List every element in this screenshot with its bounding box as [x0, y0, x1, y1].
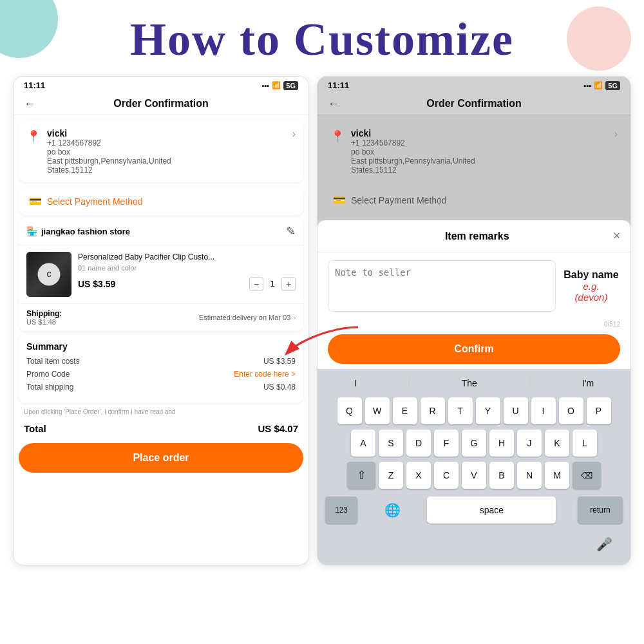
key-e[interactable]: E — [393, 397, 417, 424]
shipping-total-value: US $0.48 — [263, 383, 296, 392]
item-costs-label: Total item costs — [26, 357, 80, 366]
key-o[interactable]: O — [559, 397, 583, 424]
right-payment-label: Select Payment Method — [351, 195, 447, 205]
key-z[interactable]: Z — [379, 462, 403, 489]
return-key[interactable]: return — [578, 497, 623, 524]
key-t[interactable]: T — [448, 397, 473, 424]
space-key[interactable]: space — [427, 497, 556, 524]
key-c[interactable]: C — [434, 462, 459, 489]
key-h[interactable]: H — [489, 430, 514, 457]
suggestion-i[interactable]: I — [348, 377, 363, 390]
confirm-button[interactable]: Confirm — [328, 334, 620, 364]
left-signal-icon: ▪▪▪ — [262, 82, 270, 90]
hint-example: (devon) — [575, 292, 608, 303]
shipping-label: Shipping: — [26, 309, 62, 318]
key-b[interactable]: B — [489, 462, 514, 489]
right-signal-icon: ▪▪▪ — [584, 82, 592, 90]
key-x[interactable]: X — [406, 462, 431, 489]
mic-key[interactable]: 🎤 — [591, 531, 618, 557]
left-time: 11:11 — [24, 80, 45, 90]
key-n[interactable]: N — [517, 462, 542, 489]
dimmed-section: 11:11 ▪▪▪ 📶 5G ← Order Confirmation 📍 vi… — [317, 77, 630, 220]
product-name: Personalized Baby Pacifier Clip Custo... — [78, 252, 296, 263]
left-back-button[interactable]: ← — [24, 97, 35, 111]
key-p[interactable]: P — [587, 397, 611, 424]
shipping-delivery: Estimated delivery on Mar 03 — [199, 314, 290, 321]
key-i[interactable]: I — [531, 397, 556, 424]
right-address-chevron-icon[interactable]: › — [614, 128, 618, 140]
left-payment-row[interactable]: 💳 Select Payment Method — [19, 187, 303, 215]
num-key[interactable]: 123 — [325, 497, 357, 524]
remarks-hint: Baby name e.g. (devon) — [562, 260, 620, 312]
remarks-title: Item remarks — [445, 231, 509, 242]
key-m[interactable]: M — [545, 462, 569, 489]
key-f[interactable]: F — [434, 430, 459, 457]
right-battery-icon: 5G — [605, 81, 620, 90]
globe-key[interactable]: 🌐 — [379, 497, 406, 523]
key-g[interactable]: G — [462, 430, 486, 457]
right-back-button[interactable]: ← — [328, 97, 339, 111]
key-k[interactable]: K — [545, 430, 569, 457]
key-y[interactable]: Y — [476, 397, 500, 424]
keyboard: I | The | I'm Q W E R T Y U I O P A — [317, 369, 630, 565]
suggestion-im[interactable]: I'm — [576, 377, 600, 390]
key-s[interactable]: S — [379, 430, 403, 457]
shift-key[interactable]: ⇧ — [347, 462, 375, 489]
right-nav-bar: ← Order Confirmation — [317, 93, 630, 115]
address-phone: +1 1234567892 — [47, 138, 286, 147]
left-nav-bar: ← Order Confirmation — [14, 93, 308, 115]
disclaimer-text: Upon clicking 'Place Order', I confirm I… — [19, 406, 303, 418]
note-to-seller-input[interactable] — [328, 260, 556, 312]
product-row: C Personalized Baby Pacifier Clip Custo.… — [19, 245, 303, 303]
right-time: 11:11 — [328, 80, 349, 90]
right-pin-icon: 📍 — [330, 129, 345, 144]
right-address-line1: po box — [351, 147, 608, 156]
shipping-chevron-icon[interactable]: › — [293, 314, 296, 321]
remarks-header: Item remarks × — [317, 220, 630, 252]
key-u[interactable]: U — [504, 397, 528, 424]
right-payment-row: 💳 Select Payment Method — [323, 187, 625, 213]
key-q[interactable]: Q — [337, 397, 362, 424]
left-status-bar: 11:11 ▪▪▪ 📶 5G — [14, 77, 308, 93]
left-address-card: 📍 vicki +1 1234567892 po box East pittsb… — [19, 120, 303, 182]
remarks-close-button[interactable]: × — [613, 229, 620, 243]
total-row: Total US $4.07 — [14, 418, 308, 439]
shipping-cost: US $1.48 — [26, 318, 62, 326]
left-nav-title: Order Confirmation — [113, 98, 209, 109]
payment-icon: 💳 — [29, 195, 42, 207]
qty-increase-button[interactable]: + — [281, 277, 296, 291]
address-line1: po box — [47, 147, 286, 156]
key-r[interactable]: R — [421, 397, 445, 424]
keyboard-row1: Q W E R T Y U I O P — [320, 397, 628, 424]
shipping-row: Shipping: US $1.48 Estimated delivery on… — [19, 303, 303, 331]
place-order-button[interactable]: Place order — [19, 443, 303, 473]
key-l[interactable]: L — [573, 430, 597, 457]
key-w[interactable]: W — [365, 397, 390, 424]
key-a[interactable]: A — [351, 430, 375, 457]
item-costs-value: US $3.59 — [263, 357, 296, 366]
right-phone-panel: 11:11 ▪▪▪ 📶 5G ← Order Confirmation 📍 vi… — [317, 76, 631, 565]
right-address-phone: +1 1234567892 — [351, 138, 608, 147]
product-price: US $3.59 — [78, 279, 115, 289]
key-d[interactable]: D — [406, 430, 431, 457]
store-icon: 🏪 — [26, 226, 37, 236]
qty-decrease-button[interactable]: − — [249, 277, 263, 291]
item-remarks-modal: Item remarks × Baby name e.g. (devon) 0/… — [317, 220, 630, 369]
address-name: vicki — [47, 128, 286, 138]
backspace-key[interactable]: ⌫ — [573, 462, 601, 489]
promo-value[interactable]: Enter code here > — [234, 370, 296, 379]
keyboard-suggestions: I | The | I'm — [320, 374, 628, 392]
right-wifi-icon: 📶 — [594, 81, 603, 90]
key-j[interactable]: J — [517, 430, 542, 457]
suggestion-the[interactable]: The — [455, 377, 484, 390]
edit-note-icon[interactable]: ✎ — [286, 224, 296, 238]
store-name: jiangkao fashion store — [41, 227, 130, 236]
left-payment-label: Select Payment Method — [47, 196, 143, 207]
qty-value: 1 — [267, 279, 278, 289]
pin-icon: 📍 — [26, 129, 41, 144]
page-title: How to Customize — [0, 0, 644, 66]
key-v[interactable]: V — [462, 462, 486, 489]
hint-eg: e.g. — [583, 281, 599, 292]
address-chevron-icon[interactable]: › — [292, 128, 296, 140]
promo-label: Promo Code — [26, 370, 70, 379]
